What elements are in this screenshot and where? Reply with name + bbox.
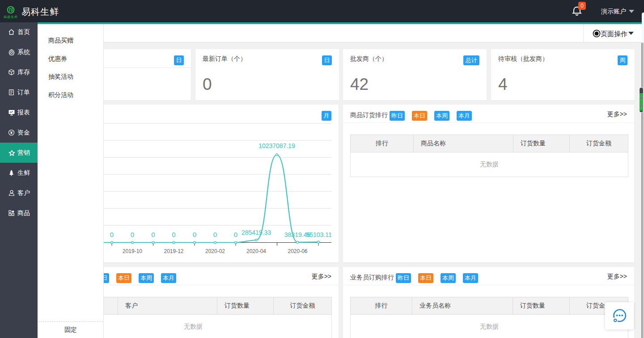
svg-text:0: 0 [110, 231, 114, 238]
svg-text:0: 0 [131, 231, 134, 238]
svg-text:2019-12: 2019-12 [164, 248, 183, 254]
svg-text:55103.11: 55103.11 [306, 231, 332, 238]
svg-text:2019-10: 2019-10 [123, 248, 142, 254]
svg-text:2020-06: 2020-06 [288, 248, 307, 254]
svg-text:10237087.19: 10237087.19 [258, 142, 295, 149]
svg-text:0: 0 [213, 231, 217, 238]
svg-text:285419.33: 285419.33 [242, 229, 271, 236]
svg-text:0: 0 [172, 231, 175, 238]
svg-text:2020-04: 2020-04 [246, 248, 266, 254]
svg-text:0: 0 [234, 231, 237, 238]
svg-text:0: 0 [151, 231, 155, 238]
svg-text:2020-02: 2020-02 [205, 248, 225, 254]
svg-text:0: 0 [193, 231, 196, 238]
